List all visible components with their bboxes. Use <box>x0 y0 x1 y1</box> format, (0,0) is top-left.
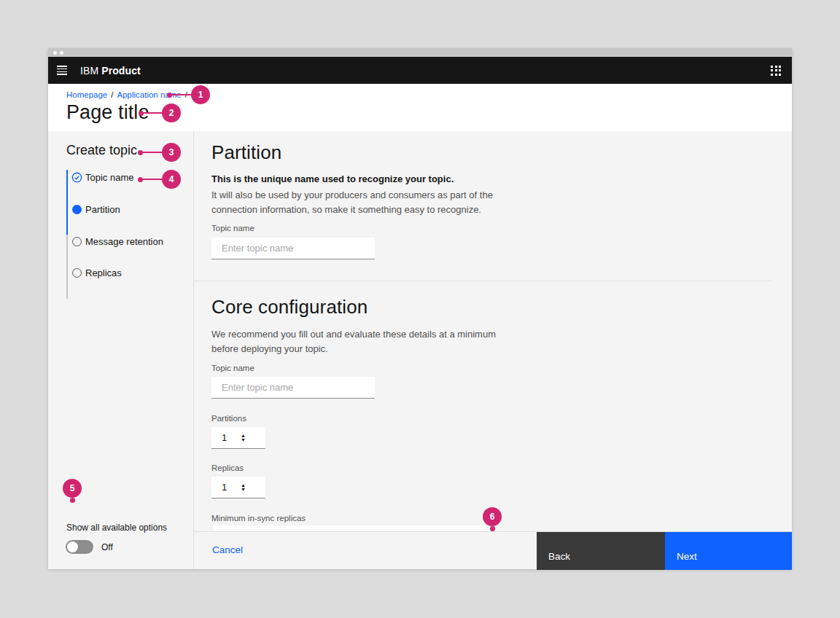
wizard-title: Create topic <box>66 143 137 158</box>
annotation-5: 5 <box>63 479 82 503</box>
wizard-footer: Cancel Back Next <box>193 531 792 569</box>
annotation-badge: 1 <box>191 85 210 104</box>
step-label: Topic name <box>85 172 133 183</box>
annotation-dot-icon <box>138 150 143 155</box>
topic-name-input-2[interactable] <box>211 377 375 399</box>
browser-chrome-bar <box>48 48 792 57</box>
section-heading-core-configuration: Core configuration <box>211 296 368 318</box>
annotation-dot-icon <box>139 111 144 116</box>
partitions-label: Partitions <box>211 414 246 423</box>
min-insync-replicas-input[interactable] <box>213 525 486 531</box>
replicas-stepper: ▲▼ <box>211 477 265 498</box>
section-body-text: We recommend you fill out and evaluate t… <box>211 327 496 356</box>
options-toggle[interactable] <box>66 540 93 554</box>
min-insync-replicas-label: Minimum in-sync replicas <box>211 514 306 523</box>
annotation-dot-icon <box>70 498 75 503</box>
show-all-options-label: Show all available options <box>66 523 167 533</box>
annotation-line <box>172 94 191 95</box>
replicas-label: Replicas <box>211 464 244 472</box>
page-body: Create topic Topic name Partition Messag… <box>48 131 792 569</box>
back-button[interactable]: Back <box>537 532 665 570</box>
breadcrumb-link-homepage[interactable]: Homepage <box>66 90 107 99</box>
menu-icon[interactable] <box>57 66 67 75</box>
step-incomplete-icon <box>71 267 82 278</box>
annotation-badge: 2 <box>162 103 181 122</box>
stepper-arrows-icon[interactable]: ▲▼ <box>241 434 246 442</box>
topic-name-input[interactable] <box>211 238 375 259</box>
partitions-stepper: ▲▼ <box>211 427 265 449</box>
annotation-badge: 4 <box>162 170 181 189</box>
topic-name-label: Topic name <box>211 364 254 372</box>
section-lead-text: This is the unique name used to recogniz… <box>211 173 454 184</box>
annotation-badge: 3 <box>162 143 181 162</box>
brand-product-name: Product <box>101 65 141 77</box>
browser-dot-icon <box>53 51 57 55</box>
next-button[interactable]: Next <box>665 532 792 570</box>
partitions-input[interactable] <box>211 432 236 443</box>
browser-window: IBMProduct Homepage / Application name /… <box>48 48 792 569</box>
annotation-4: 4 <box>138 170 181 189</box>
annotation-6: 6 <box>483 507 502 531</box>
wizard-sidebar: Create topic Topic name Partition Messag… <box>48 131 193 569</box>
annotation-line <box>143 179 162 180</box>
toggle-state-label: Off <box>101 542 113 552</box>
annotation-badge: 6 <box>483 507 502 526</box>
annotation-3: 3 <box>138 143 181 162</box>
brand-prefix: IBM <box>80 65 98 77</box>
wizard-content: Partition This is the unique name used t… <box>193 131 792 569</box>
annotation-2: 2 <box>139 103 181 122</box>
app-switcher-icon[interactable] <box>771 66 781 76</box>
replicas-input[interactable] <box>211 482 236 493</box>
browser-dot-icon <box>60 51 63 55</box>
app-header: IBMProduct <box>48 57 792 84</box>
progress-track-inactive <box>66 235 68 299</box>
step-complete-icon <box>71 172 82 183</box>
cancel-button[interactable]: Cancel <box>212 544 243 555</box>
annotation-1: 1 <box>167 85 210 104</box>
step-current-icon <box>71 204 82 215</box>
annotation-dot-icon <box>490 526 495 531</box>
stepper-arrows-icon[interactable]: ▲▼ <box>241 483 246 492</box>
annotation-dot-icon <box>138 177 143 182</box>
step-topic-name[interactable]: Topic name <box>71 172 133 183</box>
step-replicas[interactable]: Replicas <box>71 267 122 278</box>
brand: IBMProduct <box>80 65 141 77</box>
toggle-knob <box>67 541 78 552</box>
annotation-dot-icon <box>167 93 172 98</box>
section-divider <box>193 281 773 281</box>
step-incomplete-icon <box>71 236 82 247</box>
progress-track-active <box>66 170 69 235</box>
step-label: Message retention <box>85 236 163 247</box>
section-heading-partition: Partition <box>211 141 281 164</box>
breadcrumb-separator: / <box>111 90 113 99</box>
step-label: Partition <box>85 204 120 215</box>
topic-name-label: Topic name <box>211 224 254 232</box>
options-toggle-row: Off <box>66 540 113 554</box>
annotation-badge: 5 <box>63 479 82 498</box>
step-message-retention[interactable]: Message retention <box>71 236 163 247</box>
annotation-line <box>144 112 162 114</box>
annotation-line <box>143 152 162 153</box>
step-partition[interactable]: Partition <box>71 204 120 215</box>
step-label: Replicas <box>85 267 122 278</box>
section-body-text: It will also be used by your producers a… <box>211 188 493 217</box>
